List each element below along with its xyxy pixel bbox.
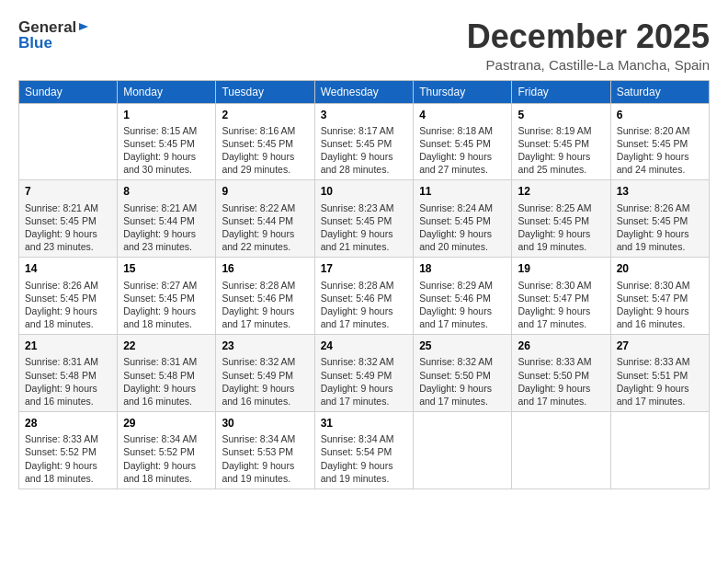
day-info: Sunrise: 8:33 AM Sunset: 5:52 PM Dayligh… — [25, 432, 111, 485]
calendar-day-cell: 22Sunrise: 8:31 AM Sunset: 5:48 PM Dayli… — [118, 335, 216, 412]
logo-wordmark: General Blue — [18, 18, 89, 52]
day-info: Sunrise: 8:15 AM Sunset: 5:45 PM Dayligh… — [123, 124, 210, 177]
calendar-weekday-header: Saturday — [610, 80, 709, 103]
day-number: 9 — [222, 184, 308, 199]
page: General Blue December 2025 Pastrana, Cas… — [0, 0, 728, 563]
day-info: Sunrise: 8:21 AM Sunset: 5:45 PM Dayligh… — [25, 201, 111, 254]
day-number: 14 — [25, 261, 111, 276]
calendar-day-cell: 25Sunrise: 8:32 AM Sunset: 5:50 PM Dayli… — [414, 335, 512, 412]
day-info: Sunrise: 8:28 AM Sunset: 5:46 PM Dayligh… — [222, 279, 308, 331]
calendar-day-cell: 23Sunrise: 8:32 AM Sunset: 5:49 PM Dayli… — [216, 335, 314, 412]
day-info: Sunrise: 8:16 AM Sunset: 5:45 PM Dayligh… — [222, 124, 308, 177]
logo: General Blue — [18, 18, 89, 52]
calendar-day-cell: 24Sunrise: 8:32 AM Sunset: 5:49 PM Dayli… — [314, 335, 414, 412]
calendar-day-cell: 31Sunrise: 8:34 AM Sunset: 5:54 PM Dayli… — [314, 412, 414, 489]
calendar-day-cell: 9Sunrise: 8:22 AM Sunset: 5:44 PM Daylig… — [216, 180, 314, 258]
day-info: Sunrise: 8:30 AM Sunset: 5:47 PM Dayligh… — [617, 279, 703, 331]
day-number: 7 — [25, 184, 111, 199]
logo-blue-text: Blue — [18, 34, 89, 52]
calendar-week-row: 1Sunrise: 8:15 AM Sunset: 5:45 PM Daylig… — [19, 103, 710, 180]
calendar-day-cell: 7Sunrise: 8:21 AM Sunset: 5:45 PM Daylig… — [19, 180, 118, 258]
day-info: Sunrise: 8:34 AM Sunset: 5:52 PM Dayligh… — [123, 432, 210, 485]
day-number: 1 — [123, 108, 210, 122]
calendar-week-row: 21Sunrise: 8:31 AM Sunset: 5:48 PM Dayli… — [19, 335, 710, 412]
day-number: 6 — [617, 108, 703, 122]
day-number: 15 — [123, 261, 210, 276]
day-info: Sunrise: 8:28 AM Sunset: 5:46 PM Dayligh… — [321, 279, 408, 331]
day-info: Sunrise: 8:23 AM Sunset: 5:45 PM Dayligh… — [321, 201, 408, 254]
title-block: December 2025 Pastrana, Castille-La Manc… — [467, 18, 710, 73]
day-number: 28 — [25, 416, 111, 431]
day-info: Sunrise: 8:34 AM Sunset: 5:54 PM Dayligh… — [321, 432, 408, 485]
day-number: 17 — [321, 261, 408, 276]
day-number: 24 — [321, 339, 408, 353]
calendar-day-cell: 27Sunrise: 8:33 AM Sunset: 5:51 PM Dayli… — [610, 335, 709, 412]
calendar-table: SundayMondayTuesdayWednesdayThursdayFrid… — [18, 80, 710, 489]
calendar-day-cell: 4Sunrise: 8:18 AM Sunset: 5:45 PM Daylig… — [414, 103, 512, 180]
calendar-weekday-header: Friday — [512, 80, 610, 103]
day-number: 25 — [419, 339, 506, 353]
calendar-day-cell: 18Sunrise: 8:29 AM Sunset: 5:46 PM Dayli… — [414, 258, 512, 335]
day-number: 5 — [518, 108, 604, 122]
day-info: Sunrise: 8:17 AM Sunset: 5:45 PM Dayligh… — [321, 124, 408, 177]
day-info: Sunrise: 8:33 AM Sunset: 5:51 PM Dayligh… — [617, 355, 703, 408]
calendar-day-cell: 12Sunrise: 8:25 AM Sunset: 5:45 PM Dayli… — [512, 180, 610, 258]
day-info: Sunrise: 8:29 AM Sunset: 5:46 PM Dayligh… — [419, 279, 506, 331]
day-info: Sunrise: 8:32 AM Sunset: 5:49 PM Dayligh… — [222, 355, 308, 408]
calendar-day-cell: 6Sunrise: 8:20 AM Sunset: 5:45 PM Daylig… — [610, 103, 709, 180]
calendar-day-cell: 10Sunrise: 8:23 AM Sunset: 5:45 PM Dayli… — [314, 180, 414, 258]
day-number: 23 — [222, 339, 308, 353]
calendar-weekday-header: Tuesday — [216, 80, 314, 103]
calendar-weekday-header: Wednesday — [314, 80, 414, 103]
day-info: Sunrise: 8:32 AM Sunset: 5:49 PM Dayligh… — [321, 355, 408, 408]
day-info: Sunrise: 8:20 AM Sunset: 5:45 PM Dayligh… — [617, 124, 703, 177]
calendar-day-cell: 16Sunrise: 8:28 AM Sunset: 5:46 PM Dayli… — [216, 258, 314, 335]
day-info: Sunrise: 8:25 AM Sunset: 5:45 PM Dayligh… — [518, 201, 604, 254]
day-number: 20 — [617, 261, 703, 276]
day-number: 2 — [222, 108, 308, 122]
day-number: 4 — [419, 108, 506, 122]
calendar-week-row: 7Sunrise: 8:21 AM Sunset: 5:45 PM Daylig… — [19, 180, 710, 258]
day-number: 3 — [321, 108, 408, 122]
calendar-day-cell: 17Sunrise: 8:28 AM Sunset: 5:46 PM Dayli… — [314, 258, 414, 335]
day-number: 22 — [123, 339, 210, 353]
calendar-day-cell — [19, 103, 118, 180]
svg-marker-0 — [79, 23, 88, 30]
calendar-day-cell — [512, 412, 610, 489]
calendar-day-cell: 14Sunrise: 8:26 AM Sunset: 5:45 PM Dayli… — [19, 258, 118, 335]
calendar-week-row: 28Sunrise: 8:33 AM Sunset: 5:52 PM Dayli… — [19, 412, 710, 489]
day-info: Sunrise: 8:31 AM Sunset: 5:48 PM Dayligh… — [25, 355, 111, 408]
calendar-day-cell: 20Sunrise: 8:30 AM Sunset: 5:47 PM Dayli… — [610, 258, 709, 335]
calendar-day-cell: 30Sunrise: 8:34 AM Sunset: 5:53 PM Dayli… — [216, 412, 314, 489]
calendar-day-cell: 2Sunrise: 8:16 AM Sunset: 5:45 PM Daylig… — [216, 103, 314, 180]
calendar-day-cell: 28Sunrise: 8:33 AM Sunset: 5:52 PM Dayli… — [19, 412, 118, 489]
calendar-weekday-header: Monday — [118, 80, 216, 103]
day-info: Sunrise: 8:30 AM Sunset: 5:47 PM Dayligh… — [518, 279, 604, 331]
day-info: Sunrise: 8:26 AM Sunset: 5:45 PM Dayligh… — [25, 279, 111, 331]
day-number: 12 — [518, 184, 604, 199]
day-info: Sunrise: 8:18 AM Sunset: 5:45 PM Dayligh… — [419, 124, 506, 177]
logo-flag-icon — [78, 22, 89, 33]
day-info: Sunrise: 8:19 AM Sunset: 5:45 PM Dayligh… — [518, 124, 604, 177]
day-number: 11 — [419, 184, 506, 199]
calendar-day-cell: 5Sunrise: 8:19 AM Sunset: 5:45 PM Daylig… — [512, 103, 610, 180]
calendar-week-row: 14Sunrise: 8:26 AM Sunset: 5:45 PM Dayli… — [19, 258, 710, 335]
day-number: 31 — [321, 416, 408, 431]
calendar-day-cell: 26Sunrise: 8:33 AM Sunset: 5:50 PM Dayli… — [512, 335, 610, 412]
day-info: Sunrise: 8:26 AM Sunset: 5:45 PM Dayligh… — [617, 201, 703, 254]
day-number: 30 — [222, 416, 308, 431]
day-number: 19 — [518, 261, 604, 276]
day-number: 26 — [518, 339, 604, 353]
calendar-day-cell: 1Sunrise: 8:15 AM Sunset: 5:45 PM Daylig… — [118, 103, 216, 180]
calendar-day-cell: 19Sunrise: 8:30 AM Sunset: 5:47 PM Dayli… — [512, 258, 610, 335]
day-info: Sunrise: 8:21 AM Sunset: 5:44 PM Dayligh… — [123, 201, 210, 254]
calendar-subtitle: Pastrana, Castille-La Mancha, Spain — [467, 57, 710, 73]
day-number: 16 — [222, 261, 308, 276]
day-info: Sunrise: 8:33 AM Sunset: 5:50 PM Dayligh… — [518, 355, 604, 408]
day-info: Sunrise: 8:34 AM Sunset: 5:53 PM Dayligh… — [222, 432, 308, 485]
day-info: Sunrise: 8:22 AM Sunset: 5:44 PM Dayligh… — [222, 201, 308, 254]
day-info: Sunrise: 8:27 AM Sunset: 5:45 PM Dayligh… — [123, 279, 210, 331]
day-info: Sunrise: 8:32 AM Sunset: 5:50 PM Dayligh… — [419, 355, 506, 408]
calendar-day-cell: 29Sunrise: 8:34 AM Sunset: 5:52 PM Dayli… — [118, 412, 216, 489]
day-number: 21 — [25, 339, 111, 353]
